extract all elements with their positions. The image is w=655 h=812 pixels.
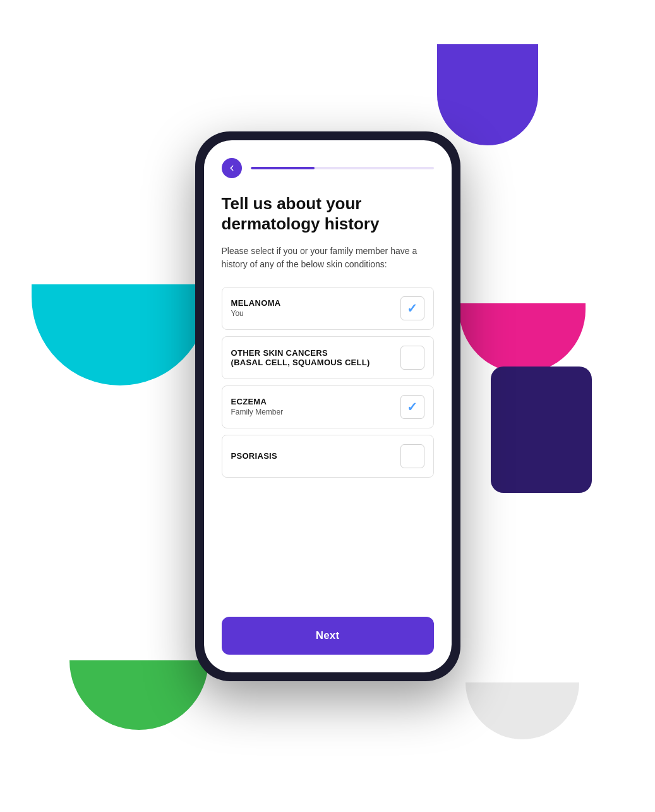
progress-track — [251, 167, 434, 169]
condition-row-psoriasis[interactable]: PSORIASIS — [222, 435, 434, 478]
conditions-list: MELANOMA You ✓ OTHER SKIN CANCERS(BASAL … — [222, 287, 434, 604]
condition-info-other-skin-cancers: OTHER SKIN CANCERS(BASAL CELL, SQUAMOUS … — [231, 348, 400, 367]
condition-name-eczema: ECZEMA — [231, 397, 400, 406]
condition-sub-eczema: Family Member — [231, 408, 400, 416]
screen-content: Tell us about your dermatology history P… — [204, 140, 452, 604]
checkbox-other-skin-cancers[interactable] — [400, 346, 424, 370]
phone-body: Tell us about your dermatology history P… — [195, 131, 460, 681]
condition-info-psoriasis: PSORIASIS — [231, 451, 400, 461]
bg-shape-purple-top — [437, 44, 538, 145]
bg-shape-magenta — [459, 303, 586, 373]
bg-shape-green — [69, 660, 208, 730]
bg-shape-gray — [466, 682, 579, 739]
chevron-left-icon — [227, 164, 236, 173]
bg-shape-cyan — [32, 284, 208, 385]
checkbox-melanoma[interactable]: ✓ — [400, 296, 424, 320]
page-description: Please select if you or your family memb… — [222, 245, 434, 272]
condition-row-other-skin-cancers[interactable]: OTHER SKIN CANCERS(BASAL CELL, SQUAMOUS … — [222, 336, 434, 379]
next-btn-wrapper: Next — [204, 604, 452, 672]
checkbox-psoriasis[interactable] — [400, 444, 424, 468]
back-button[interactable] — [222, 158, 242, 178]
bg-shape-dark-purple — [491, 367, 592, 493]
condition-row-eczema[interactable]: ECZEMA Family Member ✓ — [222, 385, 434, 428]
condition-info-eczema: ECZEMA Family Member — [231, 397, 400, 416]
checkmark-melanoma: ✓ — [407, 302, 418, 315]
checkmark-eczema: ✓ — [407, 401, 418, 413]
condition-info-melanoma: MELANOMA You — [231, 298, 400, 318]
checkbox-eczema[interactable]: ✓ — [400, 395, 424, 419]
progress-fill — [251, 167, 315, 169]
progress-bar-row — [222, 158, 434, 178]
page-title: Tell us about your dermatology history — [222, 193, 434, 234]
phone-mockup: Tell us about your dermatology history P… — [195, 131, 460, 681]
condition-sub-melanoma: You — [231, 309, 400, 318]
condition-name-other-skin-cancers: OTHER SKIN CANCERS(BASAL CELL, SQUAMOUS … — [231, 348, 400, 367]
condition-name-psoriasis: PSORIASIS — [231, 451, 400, 461]
condition-name-melanoma: MELANOMA — [231, 298, 400, 308]
phone-screen: Tell us about your dermatology history P… — [204, 140, 452, 672]
next-button[interactable]: Next — [222, 617, 434, 655]
condition-row-melanoma[interactable]: MELANOMA You ✓ — [222, 287, 434, 330]
